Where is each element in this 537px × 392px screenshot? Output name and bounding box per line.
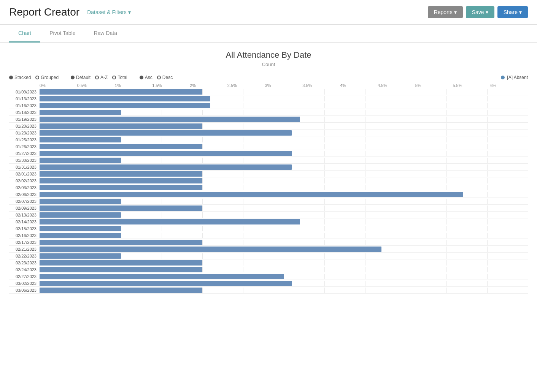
- bar-fill: [40, 137, 121, 142]
- grid-line: [528, 103, 528, 108]
- desc-option[interactable]: Desc: [157, 75, 173, 80]
- grid-line: [121, 212, 121, 218]
- bar-track: [40, 151, 528, 156]
- grid-line: [324, 96, 325, 101]
- x-tick: 0%: [40, 83, 77, 88]
- grid-line: [446, 96, 447, 101]
- bar-fill: [40, 117, 300, 122]
- tab-pivot-table[interactable]: Pivot Table: [40, 25, 84, 43]
- grid-line: [406, 199, 406, 204]
- chart-area: All Attendance By Date Count Stacked Gro…: [0, 43, 537, 301]
- bar-label: 01/09/2023: [9, 90, 40, 94]
- stacked-option[interactable]: Stacked: [9, 75, 31, 80]
- grid-line: [365, 199, 365, 204]
- bar-track: [40, 247, 528, 252]
- grid-line: [487, 185, 488, 190]
- grid-line: [324, 240, 325, 245]
- grid-line: [487, 274, 488, 279]
- tab-raw-data[interactable]: Raw Data: [84, 25, 126, 43]
- bar-label: 02/16/2023: [9, 233, 40, 238]
- grid-line: [284, 288, 284, 293]
- bar-row: 03/02/2023: [9, 280, 528, 287]
- grid-line: [446, 281, 447, 286]
- grid-line: [487, 110, 488, 115]
- grid-line: [406, 281, 406, 286]
- grid-line: [487, 123, 488, 129]
- chart-body: 01/09/202301/13/202301/16/202301/18/2023…: [9, 89, 528, 294]
- grid-line: [243, 233, 243, 238]
- bar-label: 01/18/2023: [9, 110, 40, 115]
- grid-line: [324, 274, 325, 279]
- bar-row: 01/30/2023: [9, 157, 528, 164]
- az-sort-option[interactable]: A-Z: [95, 75, 108, 80]
- grid-line: [243, 178, 243, 183]
- grid-line: [365, 137, 365, 142]
- grid-line: [487, 199, 488, 204]
- bar-label: 01/30/2023: [9, 158, 40, 163]
- grid-line: [324, 164, 325, 170]
- bar-row: 02/07/2023: [9, 198, 528, 205]
- default-sort-option[interactable]: Default: [71, 75, 91, 80]
- bar-track: [40, 123, 528, 129]
- save-button[interactable]: Save ▾: [466, 6, 494, 18]
- bar-row: 02/24/2023: [9, 266, 528, 273]
- bar-fill: [40, 192, 463, 197]
- header-actions: Reports ▾ Save ▾ Share ▾: [428, 6, 528, 18]
- total-sort-option[interactable]: Total: [112, 75, 127, 80]
- grid-line: [284, 212, 284, 218]
- share-button[interactable]: Share ▾: [497, 6, 528, 18]
- grid-line: [202, 212, 203, 218]
- bar-row: 03/06/2023: [9, 287, 528, 294]
- grid-line: [284, 260, 284, 266]
- grid-line: [365, 274, 365, 279]
- bar-fill: [40, 158, 121, 163]
- dataset-filter-button[interactable]: Dataset & Filters ▾: [87, 9, 130, 15]
- bar-label: 03/02/2023: [9, 281, 40, 286]
- grid-line: [487, 158, 488, 163]
- grid-line: [324, 130, 325, 136]
- grid-line: [406, 205, 406, 211]
- grid-line: [528, 226, 528, 231]
- bar-row: 02/27/2023: [9, 273, 528, 280]
- grid-line: [202, 226, 203, 231]
- bar-track: [40, 212, 528, 218]
- grid-line: [528, 253, 528, 259]
- chart-controls: Stacked Grouped Default A-Z Total: [9, 75, 528, 80]
- bar-label: 02/03/2023: [9, 185, 40, 190]
- bar-label: 03/06/2023: [9, 288, 40, 292]
- reports-button[interactable]: Reports ▾: [428, 6, 463, 18]
- grid-line: [446, 89, 447, 95]
- grid-line: [121, 233, 121, 238]
- bar-fill: [40, 260, 202, 266]
- grid-line: [284, 137, 284, 142]
- bar-row: 01/23/2023: [9, 130, 528, 136]
- bar-track: [40, 158, 528, 163]
- grid-line: [284, 274, 284, 279]
- bar-fill: [40, 130, 292, 136]
- grid-line: [487, 212, 488, 218]
- grid-line: [406, 178, 406, 183]
- bar-fill: [40, 267, 202, 272]
- bar-track: [40, 117, 528, 122]
- dataset-filter-label: Dataset & Filters: [87, 9, 126, 15]
- grid-line: [284, 89, 284, 95]
- tab-chart[interactable]: Chart: [9, 25, 40, 43]
- bar-fill: [40, 178, 202, 183]
- default-sort-radio: [71, 76, 75, 79]
- grid-line: [202, 144, 203, 149]
- legend-dot: [501, 76, 505, 79]
- grid-line: [243, 212, 243, 218]
- asc-option[interactable]: Asc: [140, 75, 153, 80]
- grid-line: [446, 110, 447, 115]
- bar-fill: [40, 199, 121, 204]
- bar-track: [40, 178, 528, 183]
- grid-line: [324, 212, 325, 218]
- grouped-option[interactable]: Grouped: [35, 75, 59, 80]
- bar-fill: [40, 144, 202, 149]
- bar-row: 02/21/2023: [9, 246, 528, 253]
- bar-track: [40, 185, 528, 190]
- grid-line: [528, 233, 528, 238]
- bar-row: 01/26/2023: [9, 143, 528, 150]
- grid-line: [446, 199, 447, 204]
- grid-line: [365, 164, 365, 170]
